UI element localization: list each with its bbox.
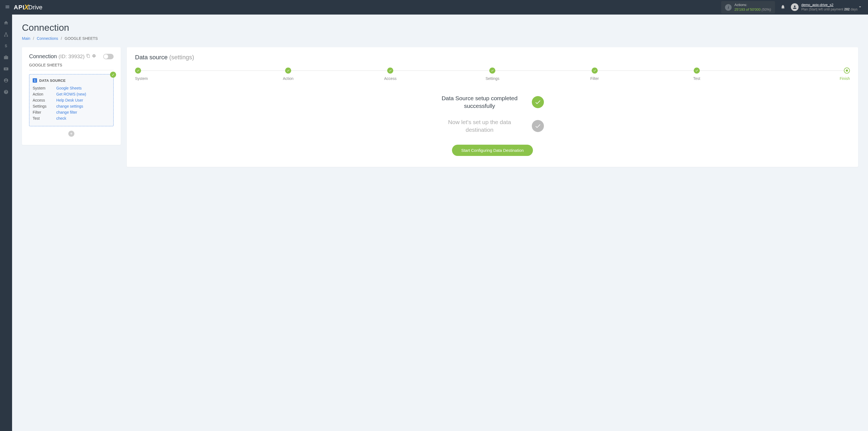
breadcrumb-current: GOOGLE SHEETS [65,36,98,41]
data-source-box[interactable]: ✓ 1 DATA SOURCE SystemGoogle SheetsActio… [29,74,114,126]
step-label: Action [237,76,339,81]
actions-used: 25'193 [734,7,745,11]
ds-row-label: Action [33,92,56,96]
actions-total: 50'000 [750,7,761,11]
ds-row: AccessHelp Desk User [33,98,110,102]
sidebar-account[interactable] [3,78,9,83]
page-title: Connection [22,22,858,33]
ds-row-value[interactable]: check [56,116,66,121]
step-access[interactable]: Access [339,67,441,81]
breadcrumb: Main / Connections / GOOGLE SHEETS [22,36,858,41]
logo-text-api: API [14,4,25,11]
step-circle [694,67,700,73]
step-system[interactable]: System [135,67,237,81]
content-area: Connection Main / Connections / GOOGLE S… [12,14,868,175]
menu-button[interactable] [3,3,11,12]
user-circle-icon [4,78,8,83]
sidebar-billing[interactable]: $ [3,43,9,49]
copy-icon[interactable] [86,54,90,59]
sidebar: $ [0,14,12,175]
step-settings[interactable]: Settings [441,67,544,81]
next-check-icon [532,120,544,132]
step-circle [285,67,291,73]
sidebar-video[interactable] [3,66,9,72]
step-label: Finish [748,76,850,81]
briefcase-icon [4,55,8,60]
ds-row-label: System [33,86,56,90]
user-icon [792,5,797,10]
notifications-button[interactable] [780,4,785,10]
stepper: SystemActionAccessSettingsFilterTestFini… [135,67,850,81]
status-next: Now let's set up the data destination [135,118,850,134]
settings-icon[interactable] [92,54,96,59]
actions-label: Actions: [734,3,771,7]
data-source-panel: Data source (settings) SystemActionAcces… [127,47,858,167]
ds-row: Testcheck [33,116,110,121]
ds-row-label: Test [33,116,56,121]
actions-pct: (50%) [762,7,771,11]
bell-icon [780,4,785,9]
actions-usage-box[interactable]: i Actions: 25'193 of 50'000 (50%) [721,1,775,14]
ds-row-label: Access [33,98,56,102]
panel-title: Data source (settings) [135,54,850,61]
user-menu-chevron[interactable] [858,4,863,10]
connection-title: Connection [29,53,57,60]
step-filter[interactable]: Filter [544,67,646,81]
hamburger-icon [5,4,10,9]
step-label: System [135,76,237,81]
data-source-number: 1 [33,78,37,83]
ds-row: Filterchange filter [33,110,110,115]
chevron-down-icon [858,4,863,9]
connection-panel: Connection (ID: 39932) GOOGLE SHEETS ✓ 1… [22,47,121,145]
step-action[interactable]: Action [237,67,339,81]
user-plan: Plan |Start| left until payment 282 days [801,7,858,12]
ds-row-value[interactable]: change settings [56,104,83,109]
data-source-title: DATA SOURCE [39,79,66,83]
connection-toggle[interactable] [103,54,114,59]
sidebar-help[interactable] [3,89,9,95]
step-label: Filter [544,76,646,81]
success-message: Data Source setup completed successfully [441,94,518,110]
logo-text-drive: Drive [28,4,42,11]
avatar [791,3,799,11]
step-circle [489,67,495,73]
breadcrumb-connections[interactable]: Connections [37,36,58,41]
ds-row-value[interactable]: Google Sheets [56,86,82,90]
step-circle [387,67,393,73]
start-configuring-button[interactable]: Start Configuring Data Destination [452,145,533,156]
logo[interactable]: APIXDrive [14,3,42,11]
help-icon [4,90,8,94]
ds-row: ActionGet ROWS (new) [33,92,110,96]
step-circle [592,67,598,73]
user-area[interactable]: demo_apix-drive_s2 Plan |Start| left unt… [791,3,858,11]
data-source-check-icon: ✓ [110,72,116,78]
dollar-icon: $ [4,43,8,48]
step-circle [135,67,141,73]
top-header: APIXDrive i Actions: 25'193 of 50'000 (5… [0,0,868,14]
status-success: Data Source setup completed successfully [135,94,850,110]
ds-row: Settingschange settings [33,104,110,109]
svg-text:$: $ [5,43,7,48]
connection-subtitle: GOOGLE SHEETS [29,63,114,70]
step-finish[interactable]: Finish [748,67,850,81]
step-label: Access [339,76,441,81]
ds-row: SystemGoogle Sheets [33,86,110,90]
next-message: Now let's set up the data destination [441,118,518,134]
step-circle [844,67,850,73]
step-label: Test [646,76,748,81]
add-destination-button[interactable]: + [68,131,74,137]
sidebar-home[interactable] [3,20,9,26]
ds-row-value[interactable]: Help Desk User [56,98,83,102]
sidebar-briefcase[interactable] [3,55,9,60]
connection-id: (ID: 39932) [58,54,85,60]
step-label: Settings [441,76,544,81]
breadcrumb-main[interactable]: Main [22,36,30,41]
user-name: demo_apix-drive_s2 [801,3,858,7]
sidebar-connections[interactable] [3,32,9,37]
step-test[interactable]: Test [646,67,748,81]
ds-row-label: Filter [33,110,56,115]
ds-row-value[interactable]: Get ROWS (new) [56,92,86,96]
ds-row-value[interactable]: change filter [56,110,77,115]
sitemap-icon [4,32,8,37]
home-icon [4,20,8,25]
